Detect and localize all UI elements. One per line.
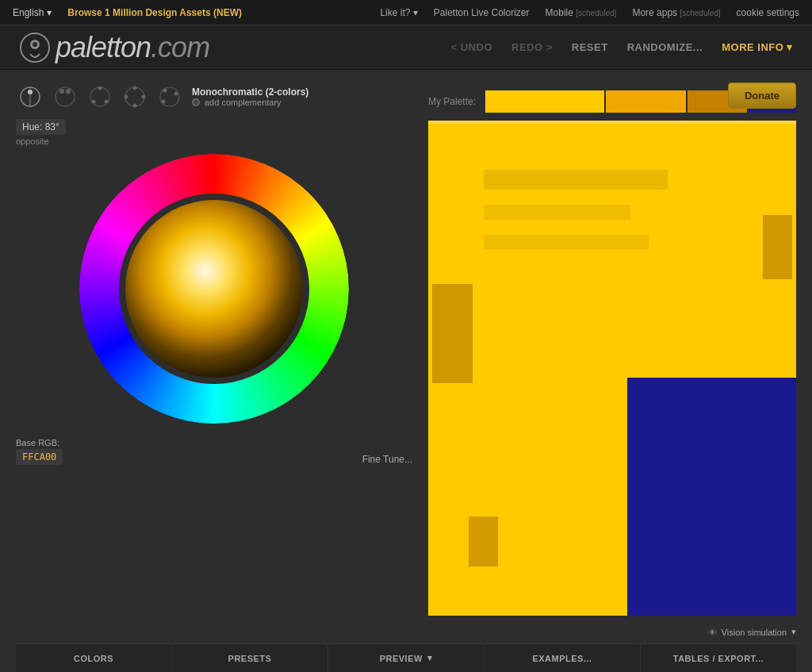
tab-colors[interactable]: COLORS bbox=[16, 643, 171, 672]
radio-dot bbox=[192, 98, 200, 106]
right-panel: My Palette: bbox=[428, 83, 796, 637]
reset-button[interactable]: RESET bbox=[572, 41, 608, 53]
svg-point-17 bbox=[124, 95, 128, 99]
tab-examples[interactable]: EXAMPLES... bbox=[484, 643, 640, 672]
scheme-selector: Monochromatic (2-colors) add complementa… bbox=[16, 83, 412, 111]
logo: paletton.com bbox=[19, 31, 451, 64]
cookie-settings-link[interactable]: cookie settings bbox=[737, 7, 799, 18]
vision-sim-chevron[interactable]: ▾ bbox=[791, 627, 796, 637]
colorizer-link[interactable]: Paletton Live Colorizer bbox=[434, 7, 530, 18]
hue-info: Hue: 83° opposite bbox=[16, 119, 412, 146]
hue-label: Hue: 83° bbox=[16, 119, 66, 135]
preview-text-line-3 bbox=[484, 235, 649, 250]
redo-button[interactable]: REDO > bbox=[511, 41, 553, 53]
mobile-link[interactable]: Mobile [scheduled] bbox=[546, 7, 617, 18]
bottom-info: Base RGB: FFCA00 Fine Tune... bbox=[16, 438, 412, 465]
preview-text-line-1 bbox=[484, 170, 668, 190]
svg-point-13 bbox=[125, 87, 144, 106]
more-info-button[interactable]: MORE INFO ▾ bbox=[722, 41, 793, 53]
vision-simulation-row: 👁 Vision simulation ▾ bbox=[428, 627, 796, 637]
add-complementary[interactable]: add complementary bbox=[192, 98, 308, 107]
scheme-adjacent-icon[interactable] bbox=[51, 83, 79, 111]
main-area: Donate bbox=[0, 70, 812, 672]
scheme-triad-icon[interactable] bbox=[86, 83, 114, 111]
opposite-label: opposite bbox=[16, 136, 412, 146]
randomize-button[interactable]: RANDOMIZE... bbox=[627, 41, 703, 53]
language-label: English bbox=[13, 7, 44, 18]
tab-preview[interactable]: PREVIEW ▾ bbox=[327, 643, 484, 672]
header: paletton.com < UNDO REDO > RESET RANDOMI… bbox=[0, 25, 812, 70]
svg-point-8 bbox=[66, 89, 71, 94]
palette-swatch-1 bbox=[485, 90, 604, 113]
preview-dark-block bbox=[627, 378, 796, 616]
left-panel: Monochromatic (2-colors) add complementa… bbox=[16, 83, 412, 637]
bottom-tabs: COLORS PRESETS PREVIEW ▾ EXAMPLES... TAB… bbox=[16, 643, 796, 672]
language-selector[interactable]: English ▾ bbox=[13, 7, 52, 18]
base-rgb-label: Base RGB: bbox=[16, 438, 59, 447]
logo-icon bbox=[19, 32, 51, 63]
preview-area bbox=[428, 121, 796, 616]
svg-point-15 bbox=[142, 95, 146, 99]
tab-presets[interactable]: PRESETS bbox=[171, 643, 327, 672]
language-chevron: ▾ bbox=[47, 7, 52, 18]
preview-text-line-2 bbox=[484, 205, 631, 220]
preview-swatch-right bbox=[763, 215, 792, 279]
preview-bottom-swatch bbox=[469, 516, 498, 566]
eye-icon: 👁 bbox=[708, 628, 717, 637]
base-rgb-container: Base RGB: FFCA00 bbox=[16, 438, 63, 465]
svg-point-2 bbox=[33, 42, 37, 47]
scheme-free-icon[interactable] bbox=[155, 83, 184, 111]
scheme-mono-icon[interactable] bbox=[16, 83, 44, 111]
scheme-type-icons bbox=[16, 83, 184, 111]
preview-chevron: ▾ bbox=[427, 653, 433, 663]
scheme-name: Monochromatic (2-colors) bbox=[192, 86, 308, 98]
palette-swatch-2 bbox=[606, 90, 685, 113]
base-rgb-value: FFCA00 bbox=[16, 449, 63, 465]
color-wheel-container[interactable] bbox=[79, 154, 349, 424]
svg-point-19 bbox=[163, 89, 167, 93]
header-nav: < UNDO REDO > RESET RANDOMIZE... MORE IN… bbox=[451, 41, 793, 53]
svg-point-7 bbox=[59, 89, 64, 94]
logo-text: paletton.com bbox=[56, 31, 209, 64]
svg-point-16 bbox=[133, 104, 137, 108]
content-area: Monochromatic (2-colors) add complementa… bbox=[16, 83, 796, 637]
svg-point-10 bbox=[98, 86, 102, 90]
svg-point-12 bbox=[105, 100, 109, 104]
browse-link[interactable]: Browse 1 Million Design Assets (NEW) bbox=[67, 7, 242, 18]
fine-tune-button[interactable]: Fine Tune... bbox=[362, 454, 412, 465]
palette-label: My Palette: bbox=[428, 96, 476, 107]
inner-color-wheel bbox=[125, 200, 303, 378]
svg-point-11 bbox=[92, 100, 96, 104]
like-it-button[interactable]: Like it? ▾ bbox=[380, 7, 417, 18]
vision-sim-label: Vision simulation bbox=[722, 628, 787, 637]
preview-swatch-left bbox=[432, 284, 473, 383]
svg-point-6 bbox=[56, 87, 75, 106]
tab-tables[interactable]: TABLES / EXPORT... bbox=[640, 643, 796, 672]
preview-highlight-band bbox=[428, 121, 796, 124]
scheme-label: Monochromatic (2-colors) add complementa… bbox=[192, 86, 308, 107]
undo-button[interactable]: < UNDO bbox=[451, 41, 492, 53]
more-apps-link[interactable]: More apps [scheduled] bbox=[632, 7, 720, 18]
top-bar: English ▾ Browse 1 Million Design Assets… bbox=[0, 0, 812, 25]
scheme-tetrad-icon[interactable] bbox=[121, 83, 149, 111]
svg-point-21 bbox=[162, 100, 166, 104]
donate-button[interactable]: Donate bbox=[728, 83, 796, 109]
svg-point-14 bbox=[133, 86, 137, 90]
svg-point-20 bbox=[174, 92, 178, 96]
